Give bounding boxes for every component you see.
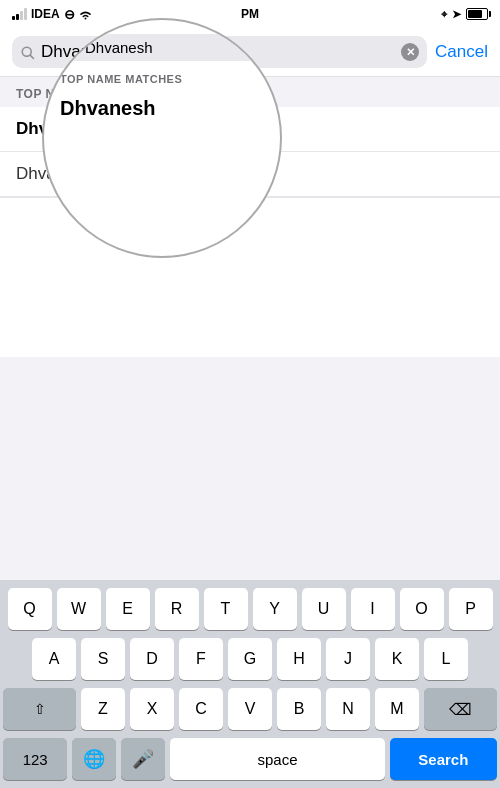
key-y[interactable]: Y [253, 588, 297, 630]
key-r[interactable]: R [155, 588, 199, 630]
search-area: Dhvanesh ✕ Cancel [0, 28, 500, 77]
clear-icon: ✕ [406, 47, 415, 58]
svg-line-1 [30, 55, 33, 58]
result-item-second[interactable]: Dhvanesh Adhiya [0, 152, 500, 197]
key-x[interactable]: X [130, 688, 174, 730]
content-area [0, 197, 500, 357]
battery-icon [466, 8, 488, 20]
clear-button[interactable]: ✕ [401, 43, 419, 61]
key-w[interactable]: W [57, 588, 101, 630]
status-left: IDEA ⊖ [12, 7, 93, 22]
key-k[interactable]: K [375, 638, 419, 680]
key-a[interactable]: A [32, 638, 76, 680]
key-mic[interactable]: 🎤 [121, 738, 165, 780]
cancel-button[interactable]: Cancel [435, 42, 488, 62]
keyboard: Q W E R T Y U I O P A S D F G H J K L ⇧ … [0, 580, 500, 788]
battery-fill [468, 10, 482, 18]
keyboard-row-3: ⇧ Z X C V B N M ⌫ [3, 688, 497, 730]
key-u[interactable]: U [302, 588, 346, 630]
keyboard-row-2: A S D F G H J K L [3, 638, 497, 680]
search-results: TOP NAME MATCHES Dhvanesh Dhvanesh Adhiy… [0, 77, 500, 197]
key-p[interactable]: P [449, 588, 493, 630]
key-delete[interactable]: ⌫ [424, 688, 497, 730]
key-shift[interactable]: ⇧ [3, 688, 76, 730]
search-input-wrapper[interactable]: Dhvanesh ✕ [12, 36, 427, 68]
search-icon [20, 45, 35, 60]
key-g[interactable]: G [228, 638, 272, 680]
status-bar: IDEA ⊖ PM ⌖ ➤ [0, 0, 500, 28]
key-i[interactable]: I [351, 588, 395, 630]
wifi-icon: ⊖ [64, 7, 94, 22]
key-o[interactable]: O [400, 588, 444, 630]
key-q[interactable]: Q [8, 588, 52, 630]
keyboard-bottom-row: 123 🌐 🎤 space Search [3, 738, 497, 784]
key-s[interactable]: S [81, 638, 125, 680]
section-header: TOP NAME MATCHES [0, 77, 500, 107]
status-right: ⌖ ➤ [441, 8, 488, 21]
key-numbers[interactable]: 123 [3, 738, 67, 780]
key-z[interactable]: Z [81, 688, 125, 730]
key-search[interactable]: Search [390, 738, 497, 780]
key-b[interactable]: B [277, 688, 321, 730]
key-l[interactable]: L [424, 638, 468, 680]
key-f[interactable]: F [179, 638, 223, 680]
key-n[interactable]: N [326, 688, 370, 730]
carrier-name: IDEA [31, 7, 60, 21]
key-v[interactable]: V [228, 688, 272, 730]
key-d[interactable]: D [130, 638, 174, 680]
keyboard-row-1: Q W E R T Y U I O P [3, 588, 497, 630]
key-t[interactable]: T [204, 588, 248, 630]
search-input[interactable]: Dhvanesh [41, 42, 395, 62]
key-j[interactable]: J [326, 638, 370, 680]
result-item-top[interactable]: Dhvanesh [0, 107, 500, 152]
key-c[interactable]: C [179, 688, 223, 730]
arrow-icon: ➤ [452, 8, 461, 21]
key-space[interactable]: space [170, 738, 384, 780]
signal-bars-icon [12, 8, 27, 20]
key-globe[interactable]: 🌐 [72, 738, 116, 780]
location-icon: ⌖ [441, 8, 447, 21]
key-m[interactable]: M [375, 688, 419, 730]
key-h[interactable]: H [277, 638, 321, 680]
key-e[interactable]: E [106, 588, 150, 630]
time-display: PM [241, 7, 259, 21]
